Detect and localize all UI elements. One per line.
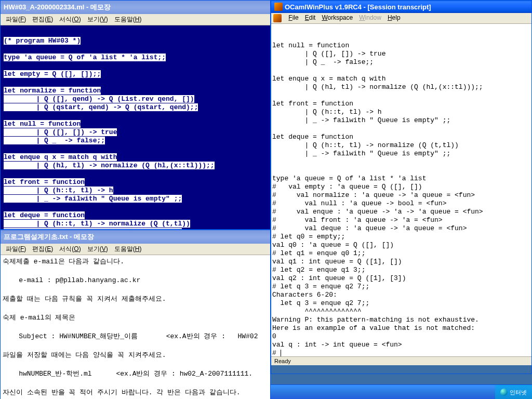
menu-item[interactable]: 보기(V) (84, 15, 111, 24)
globe-icon (500, 389, 508, 396)
code-area-1[interactable]: (* program HW#03 *) type 'a queue = Q of… (1, 25, 270, 229)
code-line (4, 29, 267, 37)
menu-item[interactable]: File (285, 13, 301, 22)
menu-item[interactable]: 서식(O) (56, 244, 84, 254)
menubar-2[interactable]: 파일(F)편집(E)서식(O)보기(V)도움말(H) (1, 244, 270, 255)
code-line: | Q (hl, tl) -> normalize (Q (hl,(x::tl)… (4, 162, 267, 170)
titlebar-3[interactable]: OCamlWinPlus v1.9RC4 - [Session transcri… (271, 1, 531, 13)
menu-item[interactable]: Edit (302, 13, 319, 22)
ocaml-transcript[interactable]: let null = function | Q ([], []) -> true… (271, 24, 531, 356)
code-line: | _ -> failwith " Queue is empty" ;; (4, 195, 267, 203)
code-line: let empty = Q ([], []);; (4, 70, 267, 78)
app-icon (273, 14, 282, 22)
text-cursor (281, 350, 281, 356)
window-title-3: OCamlWinPlus v1.9RC4 - [Session transcri… (285, 3, 431, 11)
menu-item[interactable]: Workspace (318, 13, 356, 22)
ocaml-window: OCamlWinPlus v1.9RC4 - [Session transcri… (271, 0, 532, 374)
code-line: | Q (h::t, tl) -> normalize (Q (t,tl)) (4, 220, 267, 228)
menu-item[interactable]: Window (356, 13, 384, 22)
code-line: | Q (qstart, qend) -> Q (qstart, qend);; (4, 103, 267, 112)
menu-item[interactable]: Help (384, 13, 404, 22)
titlebar-2[interactable]: 프로그램설계기초.txt - 메모장 (1, 230, 270, 244)
code-line (4, 112, 267, 120)
code-line: (* program HW#03 *) (4, 37, 267, 45)
code-line: let deque = function (4, 211, 267, 220)
code-line (4, 145, 267, 153)
taskbar[interactable]: 인터넷 (271, 384, 532, 399)
ocaml-icon (274, 3, 283, 11)
code-line: let front = function (4, 178, 267, 187)
code-line: let enque q x = match q with (4, 153, 267, 162)
menubar-3[interactable]: FileEditWorkspaceWindowHelp (271, 13, 531, 24)
menu-item[interactable]: 도움말(H) (111, 244, 145, 254)
code-line: | Q (h::t, tl) -> h (4, 187, 267, 195)
code-line: | Q ([], []) -> true (4, 128, 267, 137)
tray-label: 인터넷 (510, 389, 527, 396)
menu-item[interactable]: 파일(F) (3, 15, 29, 24)
editor-window-1: HW#03_A-2000002334.ml - 메모장 파일(F)편집(E)서식… (0, 0, 271, 230)
code-line: let normalize = function (4, 87, 267, 95)
code-line: let null = function (4, 120, 267, 128)
code-line (4, 170, 267, 178)
menu-item[interactable]: 편집(E) (29, 15, 56, 24)
system-tray[interactable]: 인터넷 (495, 385, 532, 399)
code-line (4, 78, 267, 87)
menu-item[interactable]: 편집(E) (29, 244, 56, 254)
menu-item[interactable]: 도움말(H) (111, 15, 145, 24)
menu-item[interactable]: 보기(V) (84, 244, 111, 254)
code-line (4, 45, 267, 54)
code-line (4, 203, 267, 211)
titlebar-1[interactable]: HW#03_A-2000002334.ml - 메모장 (1, 1, 270, 14)
code-line: | Q _ -> false;; (4, 137, 267, 145)
code-line: type 'a queue = Q of 'a list * 'a list;; (4, 54, 267, 62)
window-title-2: 프로그램설계기초.txt - 메모장 (4, 232, 94, 242)
code-line: | Q ([], qend) -> Q (List.rev qend, []) (4, 95, 267, 103)
ocaml-text: let null = function | Q ([], []) -> true… (272, 42, 483, 356)
window-title-1: HW#03_A-2000002334.ml - 메모장 (4, 3, 111, 12)
editor-window-2: 프로그램설계기초.txt - 메모장 파일(F)편집(E)서식(O)보기(V)도… (0, 230, 271, 399)
code-line: | _ -> failwith " Queue is empty" ;; (4, 228, 267, 229)
notepad-body[interactable]: 숙제제출 e-mail은 다음과 같습니다. e-mail : p@pllab.… (1, 255, 270, 399)
code-line (4, 62, 267, 70)
menu-item[interactable]: 서식(O) (56, 15, 84, 24)
menu-item[interactable]: 파일(F) (3, 244, 29, 254)
statusbar: Ready (271, 356, 531, 365)
menubar-1[interactable]: 파일(F)편집(E)서식(O)보기(V)도움말(H) (1, 14, 270, 25)
status-text: Ready (274, 358, 291, 364)
